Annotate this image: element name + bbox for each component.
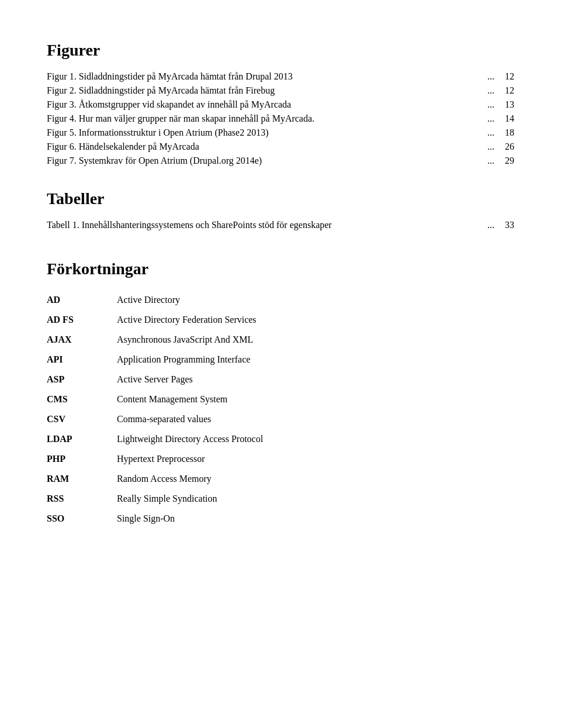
abbrev-term: LDAP (47, 429, 117, 449)
abbrev-term: AJAX (47, 330, 117, 350)
figure-dots: ... (485, 85, 497, 96)
abbrev-row: API Application Programming Interface (47, 350, 514, 370)
abbrev-term: PHP (47, 449, 117, 469)
abbrev-row: CSV Comma-separated values (47, 409, 514, 429)
abbrev-row: AD FS Active Directory Federation Servic… (47, 310, 514, 330)
figure-dots: ... (485, 99, 497, 110)
abbrev-term: SSO (47, 509, 117, 529)
abbrev-definition: Random Access Memory (117, 469, 514, 489)
figures-section: Figurer Figur 1. Sidladdningstider på My… (47, 41, 514, 166)
abbrev-row: ASP Active Server Pages (47, 370, 514, 389)
figure-page: 26 (497, 142, 514, 152)
abbrev-definition: Application Programming Interface (117, 350, 514, 370)
abbrev-term: CMS (47, 389, 117, 409)
figure-dots: ... (485, 113, 497, 124)
table-label: Tabell 1. Innehållshanteringssystemens o… (47, 220, 485, 230)
tables-list: Tabell 1. Innehållshanteringssystemens o… (47, 220, 514, 230)
figure-dots: ... (485, 156, 497, 166)
abbrev-row: CMS Content Management System (47, 389, 514, 409)
figure-label: Figur 4. Hur man väljer grupper när man … (47, 113, 485, 124)
abbrev-row: PHP Hypertext Preprocessor (47, 449, 514, 469)
figure-item: Figur 5. Informationsstruktur i Open Atr… (47, 127, 514, 138)
abbrev-definition: Active Server Pages (117, 370, 514, 389)
figure-page: 14 (497, 113, 514, 124)
abbrev-definition: Comma-separated values (117, 409, 514, 429)
abbrev-row: RAM Random Access Memory (47, 469, 514, 489)
abbrev-row: AD Active Directory (47, 290, 514, 310)
tables-section: Tabeller Tabell 1. Innehållshanteringssy… (47, 189, 514, 230)
abbrev-term: CSV (47, 409, 117, 429)
figure-label: Figur 5. Informationsstruktur i Open Atr… (47, 127, 485, 138)
abbrev-definition: Asynchronous JavaScript And XML (117, 330, 514, 350)
figure-page: 13 (497, 99, 514, 110)
abbrev-row: AJAX Asynchronous JavaScript And XML (47, 330, 514, 350)
figure-item: Figur 2. Sidladdningstider på MyArcada h… (47, 85, 514, 96)
figure-page: 18 (497, 127, 514, 138)
figure-page: 12 (497, 85, 514, 96)
abbrev-term: RAM (47, 469, 117, 489)
abbrev-term: RSS (47, 489, 117, 509)
abbrev-definition: Single Sign-On (117, 509, 514, 529)
abbrev-term: AD (47, 290, 117, 310)
abbrev-definition: Lightweight Directory Access Protocol (117, 429, 514, 449)
figure-page: 12 (497, 71, 514, 82)
figure-label: Figur 1. Sidladdningstider på MyArcada h… (47, 71, 485, 82)
figure-item: Figur 4. Hur man väljer grupper när man … (47, 113, 514, 124)
abbrev-row: RSS Really Simple Syndication (47, 489, 514, 509)
abbrev-definition: Hypertext Preprocessor (117, 449, 514, 469)
abbreviations-title: Förkortningar (47, 260, 514, 278)
figures-list: Figur 1. Sidladdningstider på MyArcada h… (47, 71, 514, 166)
abbrev-definition: Really Simple Syndication (117, 489, 514, 509)
figure-label: Figur 6. Händelsekalender på MyArcada (47, 142, 485, 152)
figure-label: Figur 7. Systemkrav för Open Atrium (Dru… (47, 156, 485, 166)
tables-title: Tabeller (47, 189, 514, 208)
abbreviations-section: Förkortningar AD Active Directory AD FS … (47, 260, 514, 529)
figure-dots: ... (485, 127, 497, 138)
figure-item: Figur 7. Systemkrav för Open Atrium (Dru… (47, 156, 514, 166)
abbrev-term: AD FS (47, 310, 117, 330)
figure-item: Figur 1. Sidladdningstider på MyArcada h… (47, 71, 514, 82)
figure-page: 29 (497, 156, 514, 166)
abbrev-definition: Active Directory Federation Services (117, 310, 514, 330)
abbrev-term: API (47, 350, 117, 370)
abbrev-definition: Content Management System (117, 389, 514, 409)
table-dots: ... (485, 220, 497, 230)
figures-title: Figurer (47, 41, 514, 60)
table-page: 33 (497, 220, 514, 230)
abbrev-row: SSO Single Sign-On (47, 509, 514, 529)
table-item: Tabell 1. Innehållshanteringssystemens o… (47, 220, 514, 230)
figure-item: Figur 6. Händelsekalender på MyArcada ..… (47, 142, 514, 152)
figure-label: Figur 3. Åtkomstgrupper vid skapandet av… (47, 99, 485, 110)
figure-dots: ... (485, 71, 497, 82)
abbrev-term: ASP (47, 370, 117, 389)
figure-label: Figur 2. Sidladdningstider på MyArcada h… (47, 85, 485, 96)
abbrev-row: LDAP Lightweight Directory Access Protoc… (47, 429, 514, 449)
abbreviations-table: AD Active Directory AD FS Active Directo… (47, 290, 514, 529)
figure-item: Figur 3. Åtkomstgrupper vid skapandet av… (47, 99, 514, 110)
abbrev-definition: Active Directory (117, 290, 514, 310)
figure-dots: ... (485, 142, 497, 152)
